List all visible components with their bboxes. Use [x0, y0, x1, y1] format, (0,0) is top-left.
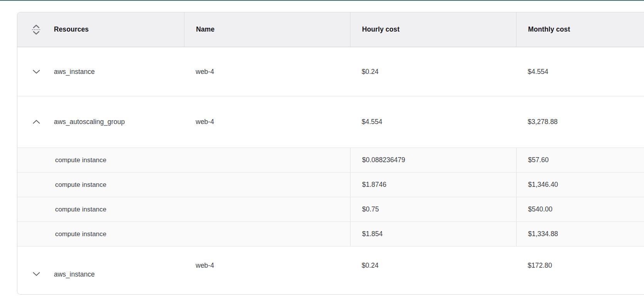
column-header-hourly-cost: Hourly cost	[350, 12, 516, 47]
table-row-aws-instance-2[interactable]: aws_instance web-4 $0.24 $172.80	[17, 246, 644, 295]
table-subrow-compute-instance: compute instance $0.75 $540.00	[17, 197, 644, 221]
table-row-aws-autoscaling-group[interactable]: aws_autoscaling_group web-4 $4.554 $3,27…	[17, 96, 644, 148]
name-cell: web-4	[184, 47, 350, 96]
table-subrow-compute-instance: compute instance $0.088236479 $57.60	[17, 148, 644, 172]
column-header-name: Name	[184, 12, 350, 47]
subresource-cell: compute instance	[17, 173, 350, 197]
subresource-cell: compute instance	[17, 222, 350, 246]
monthly-cost-cell: $3,278.88	[516, 96, 644, 148]
monthly-cost-cell: $1,334.88	[516, 222, 644, 246]
cost-breakdown-table: Resources Name Hourly cost Monthly cost …	[17, 12, 644, 295]
hourly-cost-cell: $0.088236479	[350, 148, 516, 172]
table-subrow-compute-instance: compute instance $1.854 $1,334.88	[17, 221, 644, 246]
table-header-row: Resources Name Hourly cost Monthly cost	[17, 12, 644, 47]
resource-type: aws_instance	[54, 270, 95, 279]
hourly-cost-cell: $0.24	[350, 247, 516, 295]
table-row-aws-instance-1[interactable]: aws_instance web-4 $0.24 $4.554	[17, 47, 644, 96]
hourly-cost-cell: $0.24	[350, 47, 516, 96]
monthly-cost-cell: $57.60	[516, 148, 644, 172]
hourly-cost-cell: $1.8746	[350, 173, 516, 197]
hourly-cost-cell: $0.75	[350, 197, 516, 221]
chevron-down-icon[interactable]	[31, 272, 41, 276]
chevron-up-icon[interactable]	[31, 120, 41, 124]
column-header-label: Hourly cost	[362, 25, 399, 34]
column-header-label: Monthly cost	[528, 25, 570, 34]
monthly-cost-cell: $540.00	[516, 197, 644, 221]
resource-cell: aws_autoscaling_group	[17, 96, 184, 148]
resource-cell: aws_instance	[17, 247, 184, 295]
column-header-resources[interactable]: Resources	[17, 12, 184, 47]
hourly-cost-cell: $4.554	[350, 96, 516, 148]
hourly-cost-cell: $1.854	[350, 222, 516, 246]
table-subrow-compute-instance: compute instance $1.8746 $1,346.40	[17, 172, 644, 197]
column-header-monthly-cost: Monthly cost	[516, 12, 644, 47]
column-header-label: Name	[196, 25, 215, 34]
sort-vertical-icon[interactable]	[31, 24, 41, 35]
chevron-down-icon[interactable]	[31, 70, 41, 74]
resource-type: aws_instance	[54, 68, 95, 76]
subresource-cell: compute instance	[17, 148, 350, 172]
name-cell: web-4	[184, 96, 350, 148]
name-cell: web-4	[184, 247, 350, 295]
top-accent-bar	[0, 0, 644, 1]
resource-type: aws_autoscaling_group	[54, 118, 125, 126]
monthly-cost-cell: $1,346.40	[516, 173, 644, 197]
monthly-cost-cell: $4.554	[516, 47, 644, 96]
resource-cell: aws_instance	[17, 47, 184, 96]
column-header-label: Resources	[54, 25, 89, 34]
monthly-cost-cell: $172.80	[516, 247, 644, 295]
subresource-cell: compute instance	[17, 197, 350, 221]
